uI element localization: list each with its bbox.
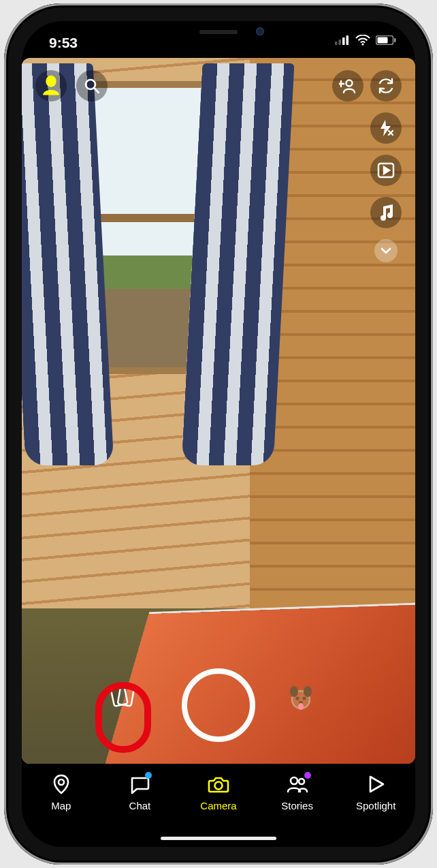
search-button[interactable] — [76, 70, 108, 102]
nav-spotlight[interactable]: Spotlight — [342, 773, 410, 811]
flash-off-button[interactable] — [370, 112, 402, 144]
nav-chat[interactable]: Chat — [106, 773, 174, 811]
nav-label: Stories — [281, 800, 313, 811]
svg-point-24 — [295, 696, 299, 700]
viewfinder-background — [22, 58, 415, 764]
svg-point-22 — [290, 686, 298, 697]
svg-point-11 — [346, 80, 353, 87]
screen: 9:53 — [22, 21, 415, 847]
svg-point-31 — [299, 779, 304, 784]
badge-dot — [304, 772, 311, 779]
capture-controls — [22, 664, 415, 746]
battery-icon — [376, 35, 396, 48]
svg-marker-18 — [384, 167, 389, 174]
svg-point-28 — [59, 779, 64, 785]
status-bar: 9:53 — [22, 27, 415, 57]
nav-map[interactable]: Map — [27, 773, 95, 811]
svg-rect-1 — [339, 40, 342, 45]
svg-line-10 — [94, 88, 99, 93]
svg-rect-6 — [378, 37, 388, 44]
cellular-icon — [335, 35, 350, 48]
svg-point-23 — [304, 686, 312, 697]
music-button[interactable] — [370, 197, 402, 228]
nav-label: Map — [51, 800, 71, 811]
add-friend-button[interactable] — [332, 70, 363, 102]
svg-rect-7 — [394, 38, 396, 42]
expand-toolbar-button[interactable] — [374, 239, 398, 262]
nav-label: Chat — [129, 800, 151, 811]
svg-rect-2 — [342, 37, 345, 45]
svg-marker-32 — [370, 777, 383, 792]
home-indicator[interactable] — [161, 837, 276, 840]
nav-label: Camera — [200, 800, 236, 811]
profile-avatar-button[interactable] — [35, 70, 67, 102]
camera-viewfinder[interactable] — [22, 58, 415, 764]
pin-icon — [50, 773, 72, 797]
bottom-nav: Map Chat Camera Stories Spotlight — [22, 764, 415, 847]
svg-point-4 — [361, 43, 363, 45]
svg-rect-20 — [118, 685, 135, 706]
camera-icon — [208, 773, 229, 797]
nav-camera[interactable]: Camera — [184, 773, 253, 811]
wifi-icon — [355, 35, 370, 48]
media-roll-button[interactable] — [370, 155, 402, 186]
nav-label: Spotlight — [356, 800, 395, 811]
shutter-button[interactable] — [182, 668, 255, 742]
svg-rect-0 — [335, 42, 338, 45]
camera-toolbar — [370, 70, 402, 262]
nav-stories[interactable]: Stories — [263, 773, 331, 811]
lenses-button[interactable] — [286, 683, 316, 713]
phone-frame: 9:53 — [4, 3, 433, 865]
svg-point-27 — [298, 703, 304, 710]
svg-rect-3 — [346, 35, 349, 45]
svg-point-25 — [302, 696, 306, 700]
badge-dot — [145, 772, 152, 779]
status-time: 9:53 — [49, 35, 78, 51]
svg-point-30 — [291, 777, 297, 784]
memories-button[interactable] — [106, 679, 139, 712]
svg-point-8 — [46, 76, 56, 87]
camera-flip-button[interactable] — [370, 70, 402, 102]
svg-point-29 — [214, 782, 222, 790]
play-icon — [365, 773, 387, 797]
